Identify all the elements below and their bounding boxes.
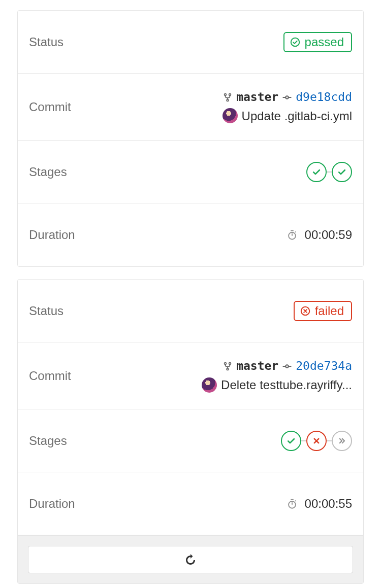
svg-point-5 xyxy=(289,232,296,239)
commit-message[interactable]: Update .gitlab-ci.yml xyxy=(242,108,352,124)
status-row: Status passed xyxy=(18,11,363,74)
commit-message[interactable]: Delete testtube.rayriffy... xyxy=(221,377,352,393)
commit-row: Commit master d9e18cdd xyxy=(18,74,363,141)
pipeline-card: Status failed Commit xyxy=(17,279,364,584)
check-circle-icon xyxy=(290,37,301,48)
svg-point-4 xyxy=(286,96,289,98)
status-text: failed xyxy=(315,304,344,318)
commit-icon xyxy=(282,93,292,102)
duration-row: Duration 00:00:55 xyxy=(18,472,363,535)
svg-point-7 xyxy=(225,363,227,365)
commit-value: master 20de734a Delete testtube.rayriffy… xyxy=(202,359,352,393)
stages-list xyxy=(306,162,352,182)
svg-point-2 xyxy=(229,94,231,96)
commit-value: master d9e18cdd Update .gitlab-ci.yml xyxy=(223,90,352,124)
status-label: Status xyxy=(29,304,64,318)
stage-failed-icon[interactable] xyxy=(306,431,327,451)
duration-value: 00:00:55 xyxy=(287,497,352,511)
pipeline-card: Status passed Commit xyxy=(17,10,364,267)
duration-label: Duration xyxy=(29,497,75,511)
stage-success-icon[interactable] xyxy=(332,162,352,182)
branch-name[interactable]: master xyxy=(236,359,278,374)
stopwatch-icon xyxy=(287,498,298,509)
commit-row: Commit master 20de734a xyxy=(18,342,363,409)
stage-connector xyxy=(327,440,332,441)
x-circle-icon xyxy=(300,305,311,317)
svg-point-3 xyxy=(227,99,229,101)
fork-icon xyxy=(223,362,232,371)
stages-row: Stages xyxy=(18,409,363,472)
commit-sha[interactable]: 20de734a xyxy=(296,359,352,374)
status-badge-failed[interactable]: failed xyxy=(294,301,352,321)
commit-label: Commit xyxy=(29,100,71,114)
duration-text: 00:00:59 xyxy=(305,228,352,242)
fork-icon xyxy=(223,93,232,102)
stopwatch-icon xyxy=(287,229,298,240)
retry-button[interactable] xyxy=(28,546,353,573)
stage-skipped-icon[interactable] xyxy=(332,431,352,451)
status-value: failed xyxy=(294,301,352,321)
stages-label: Stages xyxy=(29,434,67,448)
duration-row: Duration 00:00:59 xyxy=(18,203,363,266)
svg-point-9 xyxy=(227,368,229,370)
svg-point-8 xyxy=(229,363,231,365)
duration-label: Duration xyxy=(29,228,75,242)
commit-label: Commit xyxy=(29,369,71,383)
stage-success-icon[interactable] xyxy=(306,162,327,182)
avatar[interactable] xyxy=(202,377,217,393)
stage-connector xyxy=(327,171,332,172)
stage-connector xyxy=(301,440,306,441)
stages-list xyxy=(281,431,352,451)
branch-name[interactable]: master xyxy=(236,90,278,105)
duration-text: 00:00:55 xyxy=(305,497,352,511)
status-value: passed xyxy=(283,32,352,52)
svg-point-1 xyxy=(225,94,227,96)
svg-point-10 xyxy=(286,365,289,367)
stages-row: Stages xyxy=(18,141,363,203)
commit-sha[interactable]: d9e18cdd xyxy=(296,90,352,105)
status-label: Status xyxy=(29,35,64,49)
status-row: Status failed xyxy=(18,280,363,342)
status-text: passed xyxy=(305,35,344,49)
retry-footer xyxy=(18,535,363,583)
retry-icon xyxy=(184,553,197,567)
status-badge-passed[interactable]: passed xyxy=(283,32,352,52)
commit-icon xyxy=(282,362,292,371)
duration-value: 00:00:59 xyxy=(287,228,352,242)
stages-label: Stages xyxy=(29,165,67,179)
svg-point-0 xyxy=(291,38,299,46)
avatar[interactable] xyxy=(223,108,238,123)
stage-success-icon[interactable] xyxy=(281,431,301,451)
